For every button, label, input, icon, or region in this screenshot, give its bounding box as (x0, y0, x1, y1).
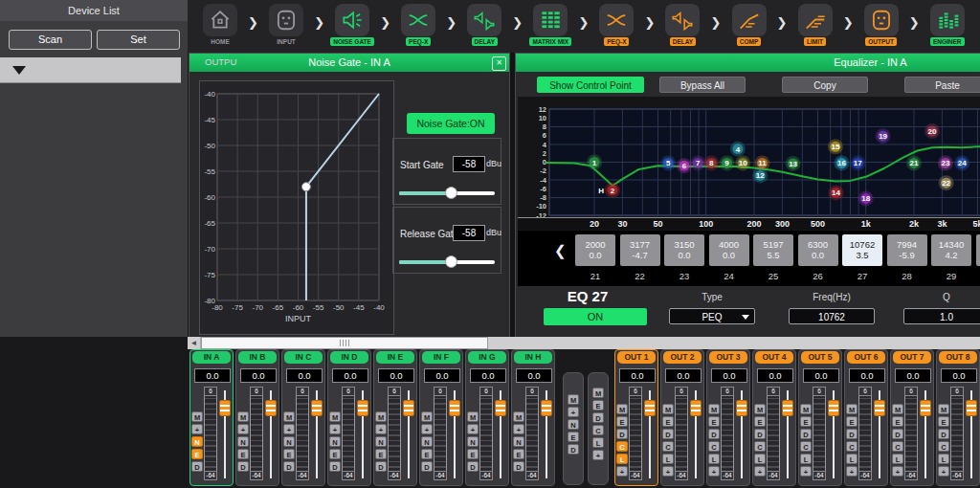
channel-button-c[interactable]: C (616, 441, 628, 452)
channel-button-c[interactable]: C (892, 441, 903, 452)
fader-handle[interactable] (920, 400, 931, 416)
channel-button-plus[interactable]: + (191, 424, 203, 434)
q-input[interactable]: 1.0 (903, 308, 980, 324)
fader-handle[interactable] (690, 400, 702, 416)
channel-label[interactable]: IN A (192, 351, 231, 364)
scan-button[interactable]: Scan (9, 30, 92, 50)
channel-gain-value[interactable]: 0.0 (711, 368, 747, 383)
delay-icon[interactable] (467, 4, 501, 36)
channel-label[interactable]: IN G (468, 351, 506, 364)
scrollbar-left-arrow-icon[interactable]: ◄ (188, 337, 201, 349)
channel-label[interactable]: OUT 5 (801, 351, 839, 364)
channel-button-c[interactable]: C (846, 441, 858, 452)
band-cell-28[interactable]: 7994-5.9 (887, 234, 927, 266)
channel-button-e[interactable]: E (329, 449, 341, 459)
band-cell-21[interactable]: 20000.0 (575, 234, 615, 266)
channel-button-plus[interactable]: + (800, 466, 812, 477)
paste-button[interactable]: Paste (904, 77, 980, 93)
toolbar-item-delay[interactable]: DELAY (459, 4, 509, 46)
fader-handle[interactable] (311, 400, 323, 416)
channel-button-c[interactable]: C (800, 441, 812, 452)
channel-button-e[interactable]: E (892, 416, 903, 427)
toolbar-item-matrix-mix[interactable]: MATRIX MIX (525, 4, 575, 46)
channel-label[interactable]: OUT 6 (847, 351, 885, 364)
channel-label[interactable]: OUT 1 (617, 351, 656, 364)
channel-button-e[interactable]: E (191, 449, 203, 459)
fader-handle[interactable] (357, 400, 368, 416)
channel-button-plus[interactable]: + (375, 424, 387, 434)
device-dropdown[interactable] (0, 57, 181, 83)
release-gate-slider[interactable] (399, 255, 495, 269)
channel-gain-value[interactable]: 0.0 (516, 368, 552, 383)
channel-button-plus[interactable]: + (237, 424, 249, 434)
channel-button-l[interactable]: L (938, 454, 949, 464)
band-cell-26[interactable]: 63000.0 (798, 234, 838, 266)
channel-gain-value[interactable]: 0.0 (803, 368, 839, 383)
copy-button[interactable]: Copy (782, 77, 868, 93)
channel-label[interactable]: OUT 8 (939, 351, 977, 364)
toolbar-item-limit[interactable]: LIMIT (791, 4, 840, 46)
channel-button-n[interactable]: N (329, 436, 341, 447)
channel-button-d[interactable]: D (938, 429, 949, 439)
speaker-icon[interactable] (335, 4, 369, 36)
channel-button-n[interactable]: N (191, 436, 203, 447)
channel-button-m[interactable]: M (283, 411, 295, 422)
channel-button-d[interactable]: D (283, 461, 295, 472)
mixer-scrollbar[interactable]: ◄ (188, 337, 980, 349)
band-cell[interactable] (976, 234, 980, 266)
channel-label[interactable]: OUT 3 (709, 351, 747, 364)
channel-button-l[interactable]: L (662, 454, 674, 464)
channel-button-n[interactable]: N (237, 436, 249, 447)
channel-button-l[interactable]: L (616, 454, 628, 464)
channel-button-m[interactable]: M (421, 411, 433, 422)
band-cell-24[interactable]: 40000.0 (709, 234, 749, 266)
channel-button-d[interactable]: D (513, 461, 524, 472)
channel-button-c[interactable]: C (754, 441, 766, 452)
start-gate-slider[interactable] (399, 187, 495, 200)
channel-button-plus[interactable]: + (421, 424, 433, 434)
channel-button-m[interactable]: M (938, 404, 949, 414)
channel-gain-value[interactable]: 0.0 (332, 368, 368, 383)
master-button-n[interactable]: N (568, 419, 579, 430)
fader-handle[interactable] (449, 400, 460, 416)
channel-button-d[interactable]: D (191, 461, 203, 472)
channel-label[interactable]: IN E (376, 351, 414, 364)
channel-label[interactable]: OUT 4 (755, 351, 793, 364)
channel-button-c[interactable]: C (662, 441, 674, 452)
channel-button-d[interactable]: D (846, 429, 858, 439)
delay-icon[interactable] (665, 4, 700, 36)
channel-button-l[interactable]: L (800, 454, 812, 464)
fader-handle[interactable] (644, 400, 656, 416)
fader-handle[interactable] (828, 400, 839, 416)
channel-button-plus[interactable]: + (616, 466, 628, 477)
eq-on-button[interactable]: ON (544, 308, 647, 325)
channel-button-d[interactable]: D (421, 461, 433, 472)
gate-graph-canvas[interactable]: -40-45-50-55-60-65-70-75-80-80-75-70-65-… (199, 80, 394, 335)
toolbar-item-delay[interactable]: DELAY (657, 4, 707, 46)
channel-label[interactable]: OUT 7 (893, 351, 931, 364)
channel-button-plus[interactable]: + (513, 424, 524, 434)
master-button-m[interactable]: M (568, 394, 579, 405)
channel-button-m[interactable]: M (467, 411, 479, 422)
channel-button-m[interactable]: M (754, 404, 766, 414)
channel-gain-value[interactable]: 0.0 (757, 368, 793, 383)
channel-gain-value[interactable]: 0.0 (424, 368, 460, 383)
toolbar-item-peq-x[interactable]: PEQ-X (591, 4, 641, 46)
channel-button-m[interactable]: M (662, 404, 674, 414)
channel-gain-value[interactable]: 0.0 (849, 368, 885, 383)
toolbar-item-input[interactable]: INPUT (261, 4, 311, 46)
band-cell-22[interactable]: 3177-4.7 (620, 234, 660, 266)
toolbar-item-output[interactable]: OUTPUT (857, 4, 906, 46)
channel-gain-value[interactable]: 0.0 (665, 368, 702, 383)
channel-button-e[interactable]: E (237, 449, 249, 459)
fader-handle[interactable] (495, 400, 506, 416)
outlet-icon[interactable] (864, 4, 899, 36)
channel-label[interactable]: IN B (238, 351, 277, 364)
channel-label[interactable]: IN C (284, 351, 323, 364)
channel-button-d[interactable]: D (375, 461, 387, 472)
matrix-icon[interactable] (533, 4, 568, 36)
channel-button-e[interactable]: E (662, 416, 674, 427)
bypass-all-button[interactable]: Bypass All (659, 77, 746, 93)
eq-x-icon[interactable] (401, 4, 435, 36)
channel-button-m[interactable]: M (329, 411, 341, 422)
